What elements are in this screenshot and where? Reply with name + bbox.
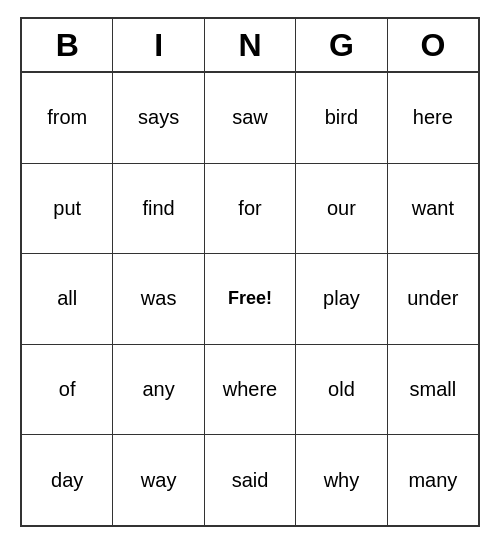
bingo-row-3: ofanywhereoldsmall: [22, 345, 478, 436]
bingo-cell-3-4[interactable]: small: [388, 345, 478, 435]
bingo-cell-3-0[interactable]: of: [22, 345, 113, 435]
header-cell-g: G: [296, 19, 387, 71]
bingo-row-2: allwasFree!playunder: [22, 254, 478, 345]
bingo-row-4: daywaysaidwhymany: [22, 435, 478, 525]
bingo-cell-2-4[interactable]: under: [388, 254, 478, 344]
bingo-header: BINGO: [22, 19, 478, 73]
bingo-cell-0-2[interactable]: saw: [205, 73, 296, 163]
bingo-cell-1-4[interactable]: want: [388, 164, 478, 254]
bingo-cell-1-2[interactable]: for: [205, 164, 296, 254]
bingo-cell-4-1[interactable]: way: [113, 435, 204, 525]
bingo-cell-2-1[interactable]: was: [113, 254, 204, 344]
bingo-cell-3-1[interactable]: any: [113, 345, 204, 435]
bingo-cell-0-3[interactable]: bird: [296, 73, 387, 163]
bingo-cell-0-0[interactable]: from: [22, 73, 113, 163]
bingo-cell-4-2[interactable]: said: [205, 435, 296, 525]
header-cell-b: B: [22, 19, 113, 71]
bingo-row-0: fromsayssawbirdhere: [22, 73, 478, 164]
bingo-body: fromsayssawbirdhereputfindforourwantallw…: [22, 73, 478, 525]
bingo-cell-3-2[interactable]: where: [205, 345, 296, 435]
bingo-cell-2-0[interactable]: all: [22, 254, 113, 344]
bingo-cell-4-0[interactable]: day: [22, 435, 113, 525]
bingo-cell-1-0[interactable]: put: [22, 164, 113, 254]
bingo-cell-0-1[interactable]: says: [113, 73, 204, 163]
bingo-cell-3-3[interactable]: old: [296, 345, 387, 435]
bingo-cell-2-3[interactable]: play: [296, 254, 387, 344]
bingo-cell-4-3[interactable]: why: [296, 435, 387, 525]
header-cell-i: I: [113, 19, 204, 71]
header-cell-o: O: [388, 19, 478, 71]
header-cell-n: N: [205, 19, 296, 71]
bingo-cell-4-4[interactable]: many: [388, 435, 478, 525]
bingo-row-1: putfindforourwant: [22, 164, 478, 255]
bingo-cell-2-2[interactable]: Free!: [205, 254, 296, 344]
bingo-cell-1-1[interactable]: find: [113, 164, 204, 254]
bingo-cell-0-4[interactable]: here: [388, 73, 478, 163]
bingo-cell-1-3[interactable]: our: [296, 164, 387, 254]
bingo-card: BINGO fromsayssawbirdhereputfindforourwa…: [20, 17, 480, 527]
